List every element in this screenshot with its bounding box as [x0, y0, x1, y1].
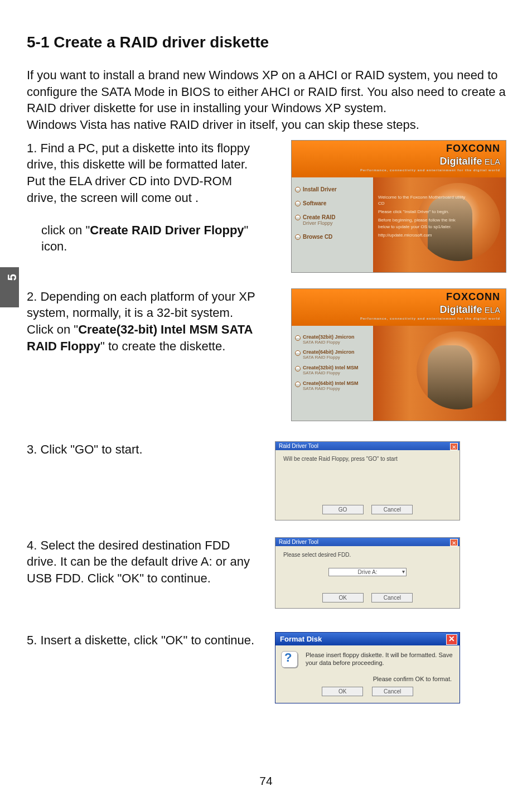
step-4-number: 4. [27, 538, 40, 552]
close-icon[interactable]: ✕ [446, 634, 457, 645]
step-2: 2. Depending on each platform of your XP… [27, 288, 506, 421]
step-1: 1. Find a PC, put a diskette into its fl… [27, 140, 506, 273]
menu-create-64bit-intel-msm[interactable]: Create(64bit) Intel MSMSATA RAID Floppy [295, 381, 359, 392]
brand-sub: Digitalife [439, 156, 482, 167]
dialog-go-msg: Will be create Raid Floppy, press "GO" t… [283, 456, 452, 462]
m2-0a: Create(32bit) Jmicron [303, 334, 355, 340]
step-3-body: Click "GO" to start. [40, 442, 142, 456]
dialog-go: Raid Driver Tool ✕ Will be create Raid F… [275, 441, 460, 520]
step-1-sub: click on "Create RAID Driver Floppy" ico… [27, 222, 261, 255]
fdd-drive-select[interactable]: Drive A: [328, 568, 407, 576]
dialog-go-title: Raid Driver Tool ✕ [275, 442, 460, 450]
step-4: 4. Select the desired destination FDD dr… [27, 537, 506, 609]
brand-text: FOXCONN [446, 143, 500, 154]
step-1-number: 1. [27, 141, 40, 155]
menu-create-raid-label-2: Driver Floppy [303, 220, 337, 226]
step-2-post: " to create the diskette. [100, 339, 225, 353]
installer-welcome-text: Welcome to the Foxconn Motherboard utili… [378, 194, 467, 240]
menu-browse-cd-label: Browse CD [303, 234, 332, 240]
dialog-select-fdd: Raid Driver Tool ✕ Please select desired… [275, 537, 460, 609]
menu-software[interactable]: Software [295, 200, 337, 206]
menu-install-driver-label: Install Driver [303, 186, 337, 192]
cancel-button[interactable]: Cancel [371, 505, 413, 514]
avatar-graphic-2 [417, 331, 500, 409]
dialog-format-title-text: Format Disk [280, 635, 322, 643]
welcome-line-2: Before beginning, please follow the link… [378, 217, 467, 229]
installer-body-2: Create(32bit) JmicronSATA RAID Floppy Cr… [292, 326, 506, 421]
step-2-number: 2. [27, 290, 40, 303]
brand-tagline: Performance, connectivity and entertainm… [360, 168, 500, 172]
m2-1a: Create(64bit) Jmicron [303, 349, 355, 355]
screenshot-installer-raid-submenu: FOXCONN Digitalife ELA Performance, conn… [291, 288, 506, 421]
close-icon[interactable]: ✕ [450, 443, 458, 450]
chapter-number: 5 [0, 274, 20, 281]
welcome-line-0: Welcome to the Foxconn Motherboard utili… [378, 194, 467, 206]
installer-menu: Install Driver Software Create RAIDDrive… [295, 186, 337, 248]
installer-header-2: FOXCONN Digitalife ELA Performance, conn… [292, 289, 506, 326]
page-number: 74 [0, 774, 532, 788]
dialog-select-title-text: Raid Driver Tool [279, 539, 318, 545]
menu-browse-cd[interactable]: Browse CD [295, 234, 337, 240]
cancel-button[interactable]: Cancel [372, 687, 413, 696]
question-icon: ? [281, 651, 300, 670]
m2-1b: SATA RAID Floppy [303, 355, 359, 360]
installer-body: Install Driver Software Create RAIDDrive… [292, 177, 506, 272]
step-1-text: 1. Find a PC, put a diskette into its fl… [27, 140, 261, 255]
brand-logo-2: FOXCONN Digitalife ELA Performance, conn… [360, 291, 500, 320]
welcome-line-1: Please click "Install Driver" to begin. [378, 209, 467, 215]
installer-raid-menu: Create(32bit) JmicronSATA RAID Floppy Cr… [295, 335, 359, 397]
step-4-body: Select the desired destination FDD drive… [27, 538, 250, 585]
brand-ela-2: ELA [482, 305, 500, 315]
chapter-tab: 5 [0, 267, 19, 307]
menu-create-raid-floppy[interactable]: Create RAIDDriver Floppy [295, 214, 337, 226]
menu-create-64bit-jmicron[interactable]: Create(64bit) JmicronSATA RAID Floppy [295, 350, 359, 360]
menu-create-raid-label-1: Create RAID [303, 214, 335, 220]
ok-button[interactable]: OK [322, 593, 364, 602]
cancel-button[interactable]: Cancel [371, 593, 413, 602]
brand-sub-2: Digitalife [439, 304, 482, 315]
dialog-select-msg: Please select desired FDD. [283, 552, 452, 558]
intro-paragraph: If you want to install a brand new Windo… [27, 67, 506, 133]
installer-header: FOXCONN Digitalife ELA Performance, conn… [292, 141, 506, 177]
m2-3a: Create(64bit) Intel MSM [303, 380, 359, 386]
step-1-body: Find a PC, put a diskette into its flopp… [27, 141, 250, 205]
dialog-select-title: Raid Driver Tool ✕ [275, 538, 460, 546]
step-5-body: Insert a diskette, click "OK" to continu… [40, 633, 254, 647]
step-5: 5. Insert a diskette, click "OK" to cont… [27, 632, 506, 703]
ok-button[interactable]: OK [322, 687, 363, 696]
m2-3b: SATA RAID Floppy [303, 387, 359, 392]
brand-ela: ELA [482, 157, 500, 166]
step-4-text: 4. Select the desired destination FDD dr… [27, 537, 258, 587]
fdd-drive-selected: Drive A: [357, 569, 377, 575]
screenshot-installer-main: FOXCONN Digitalife ELA Performance, conn… [291, 140, 506, 273]
step-3-number: 3. [27, 442, 40, 456]
go-button[interactable]: GO [322, 505, 364, 514]
step-1-sub-pre: click on " [41, 223, 90, 237]
close-icon[interactable]: ✕ [450, 539, 458, 546]
m2-0b: SATA RAID Floppy [303, 340, 359, 345]
m2-2a: Create(32bit) Intel MSM [303, 365, 359, 370]
dialog-format-disk: Format Disk ✕ ? Please insert floppy dis… [275, 632, 460, 703]
dialog-format-confirm: Please confirm OK to format. [275, 673, 460, 683]
step-1-sub-bold: Create RAID Driver Floppy [90, 223, 244, 237]
dialog-format-title: Format Disk ✕ [275, 633, 460, 645]
page-content: 5-1 Create a RAID driver diskette If you… [27, 33, 506, 719]
brand-tagline-2: Performance, connectivity and entertainm… [360, 317, 500, 320]
menu-create-32bit-jmicron[interactable]: Create(32bit) JmicronSATA RAID Floppy [295, 335, 359, 345]
step-5-number: 5. [27, 633, 40, 647]
step-2-text: 2. Depending on each platform of your XP… [27, 288, 261, 355]
dialog-go-title-text: Raid Driver Tool [279, 443, 318, 449]
menu-install-driver[interactable]: Install Driver [295, 186, 337, 192]
step-3: 3. Click "GO" to start. Raid Driver Tool… [27, 441, 506, 520]
page-heading: 5-1 Create a RAID driver diskette [27, 33, 506, 51]
m2-2b: SATA RAID Floppy [303, 371, 359, 376]
menu-software-label: Software [303, 200, 326, 206]
step-3-text: 3. Click "GO" to start. [27, 441, 258, 458]
menu-create-32bit-intel-msm[interactable]: Create(32bit) Intel MSMSATA RAID Floppy [295, 365, 359, 376]
brand-text-2: FOXCONN [446, 291, 500, 302]
brand-logo: FOXCONN Digitalife ELA Performance, conn… [360, 143, 500, 172]
step-5-text: 5. Insert a diskette, click "OK" to cont… [27, 632, 258, 649]
welcome-line-3: http://update.microsoft.com [378, 232, 467, 238]
dialog-format-msg: Please insert floppy diskette. It will b… [306, 651, 453, 670]
